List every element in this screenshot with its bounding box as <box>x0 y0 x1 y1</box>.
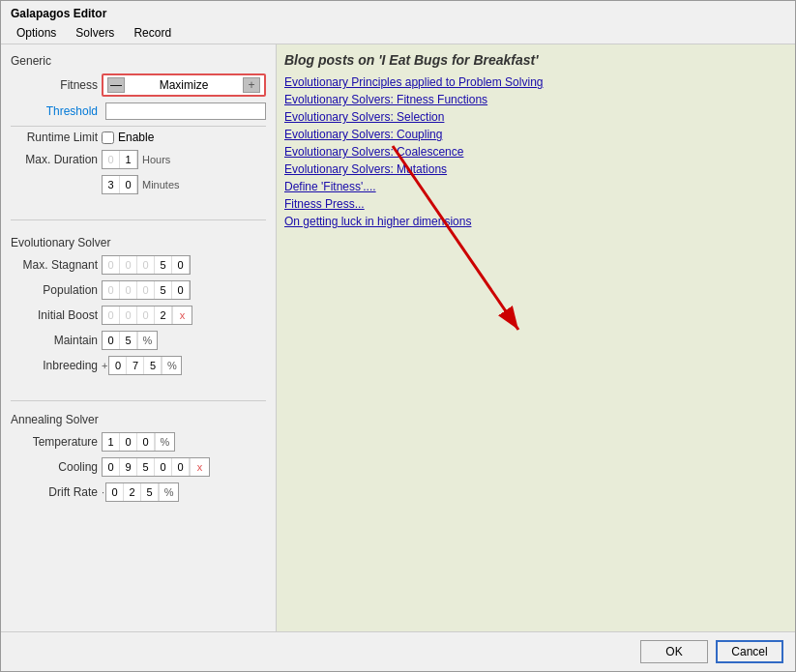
annealing-label: Annealing Solver <box>11 413 266 426</box>
blog-link-7[interactable]: Fitness Press... <box>284 197 787 211</box>
max-duration-minutes-row: 3 0 Minutes <box>11 175 266 194</box>
main-content: Generic Fitness — Maximize + Threshold <box>1 44 795 631</box>
blog-link-0[interactable]: Evolutionary Principles applied to Probl… <box>284 75 787 89</box>
pop-c3: 5 <box>155 281 172 299</box>
window-title: Galapagos Editor <box>11 7 106 20</box>
runtime-row: Runtime Limit Enable <box>11 131 266 144</box>
blog-link-6[interactable]: Define 'Fitness'.... <box>284 180 787 193</box>
stagnant-row: Max. Stagnant 0 0 0 5 0 <box>11 255 266 275</box>
threshold-row: Threshold <box>11 102 266 120</box>
pop-c0: 0 <box>103 281 120 299</box>
minutes-cell-0: 3 <box>103 176 120 193</box>
duration-minutes-group: 3 0 Minutes <box>102 175 266 194</box>
generic-section: Generic Fitness — Maximize + Threshold <box>11 54 266 200</box>
temperature-row: Temperature 1 0 0 % <box>11 432 266 452</box>
title-bar: Galapagos Editor <box>1 1 795 22</box>
boost-c3: 2 <box>155 307 172 324</box>
generic-label: Generic <box>11 54 266 68</box>
temperature-label: Temperature <box>11 435 98 449</box>
cooling-x[interactable]: x <box>190 458 209 476</box>
drift-c2: 5 <box>141 483 159 501</box>
threshold-label: Threshold <box>11 104 98 118</box>
temp-c2: 0 <box>137 433 155 451</box>
fitness-row: Fitness — Maximize + <box>11 73 266 97</box>
boost-cells: 0 0 0 2 <box>103 307 172 324</box>
blog-link-4[interactable]: Evolutionary Solvers: Coalescence <box>284 145 787 159</box>
menu-options[interactable]: Options <box>9 24 64 42</box>
fitness-control: — Maximize + <box>102 73 266 97</box>
fitness-label: Fitness <box>11 78 98 92</box>
stagnant-c1: 0 <box>120 256 137 274</box>
drift-pct: % <box>159 483 178 501</box>
evolutionary-section: Evolutionary Solver Max. Stagnant 0 0 0 … <box>11 236 266 381</box>
boost-c0: 0 <box>103 307 120 324</box>
temp-cells: 1 0 0 <box>103 433 155 451</box>
cooling-cells: 0 9 5 0 0 <box>103 458 190 476</box>
divider-2 <box>11 219 266 220</box>
inbreeding-pct: % <box>162 357 181 374</box>
menu-record[interactable]: Record <box>126 24 179 42</box>
temp-c0: 1 <box>103 433 120 451</box>
inbreeding-spinbox: 0 7 5 % <box>108 356 182 375</box>
menu-solvers[interactable]: Solvers <box>68 24 122 42</box>
inbreeding-plus-sign: + <box>102 360 107 371</box>
stagnant-c3: 5 <box>155 256 172 274</box>
boost-x[interactable]: x <box>172 307 192 324</box>
hours-cells: 0 1 <box>103 151 137 168</box>
pop-c1: 0 <box>120 281 137 299</box>
enable-checkbox[interactable] <box>102 131 114 144</box>
cancel-button[interactable]: Cancel <box>716 640 783 663</box>
hours-cell-1: 1 <box>120 151 137 168</box>
fitness-plus-button[interactable]: + <box>243 77 260 93</box>
inbreed-c2: 5 <box>144 357 162 374</box>
cooling-spinbox: 0 9 5 0 0 x <box>102 457 210 477</box>
drift-c0: 0 <box>106 483 124 501</box>
fitness-minus-button[interactable]: — <box>107 77 125 93</box>
boost-c1: 0 <box>120 307 137 324</box>
duration-hours-group: 0 1 Hours <box>102 150 266 169</box>
population-label: Population <box>11 283 98 297</box>
stagnant-c0: 0 <box>103 256 120 274</box>
right-panel: Blog posts on 'I Eat Bugs for Breakfast'… <box>277 44 795 631</box>
stagnant-cells: 0 0 0 5 0 <box>103 256 190 274</box>
inbreed-c0: 0 <box>109 357 127 374</box>
blog-link-5[interactable]: Evolutionary Solvers: Mutations <box>284 162 787 176</box>
threshold-input[interactable] <box>105 102 266 120</box>
boost-label: Initial Boost <box>11 308 98 322</box>
enable-checkbox-group: Enable <box>102 131 154 144</box>
max-duration-label: Max. Duration <box>11 153 98 166</box>
blog-title: Blog posts on 'I Eat Bugs for Breakfast' <box>284 52 787 68</box>
ok-button[interactable]: OK <box>640 640 708 663</box>
maintain-spinbox: 0 5 % <box>102 331 158 350</box>
enable-label: Enable <box>118 131 154 144</box>
runtime-label: Runtime Limit <box>11 131 98 144</box>
population-spinbox: 0 0 0 5 0 <box>102 280 191 300</box>
cool-c4: 0 <box>172 458 190 476</box>
divider-1 <box>11 126 266 127</box>
hours-spinbox: 0 1 <box>102 150 138 169</box>
cool-c2: 5 <box>137 458 155 476</box>
maintain-c1: 5 <box>120 332 137 349</box>
blog-link-1[interactable]: Evolutionary Solvers: Fitness Functions <box>284 93 787 106</box>
minutes-cell-1: 0 <box>120 176 137 193</box>
blog-links: Evolutionary Principles applied to Probl… <box>284 75 787 228</box>
blog-link-2[interactable]: Evolutionary Solvers: Selection <box>284 110 787 124</box>
stagnant-spinbox: 0 0 0 5 0 <box>102 255 191 275</box>
maintain-cells: 0 5 <box>103 332 137 349</box>
stagnant-c4: 0 <box>172 256 190 274</box>
blog-link-3[interactable]: Evolutionary Solvers: Coupling <box>284 128 787 141</box>
temp-pct: % <box>155 433 174 451</box>
population-cells: 0 0 0 5 0 <box>103 281 190 299</box>
blog-link-8[interactable]: On getting luck in higher dimensions <box>284 215 787 228</box>
pop-c4: 0 <box>172 281 190 299</box>
maintain-pct: % <box>137 332 157 349</box>
drift-row: Drift Rate · 0 2 5 % <box>11 482 266 502</box>
drift-label: Drift Rate <box>11 485 98 499</box>
drift-dot: · <box>102 486 104 498</box>
temp-c1: 0 <box>120 433 137 451</box>
inbreed-c1: 7 <box>127 357 144 374</box>
stagnant-c2: 0 <box>137 256 155 274</box>
stagnant-label: Max. Stagnant <box>11 258 98 272</box>
maintain-c0: 0 <box>103 332 120 349</box>
divider-3 <box>11 400 266 401</box>
